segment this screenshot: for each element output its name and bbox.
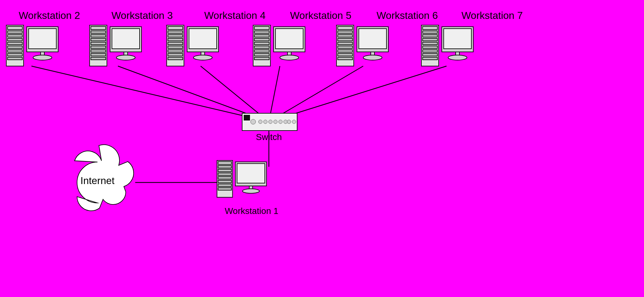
network-diagram — [0, 0, 644, 297]
